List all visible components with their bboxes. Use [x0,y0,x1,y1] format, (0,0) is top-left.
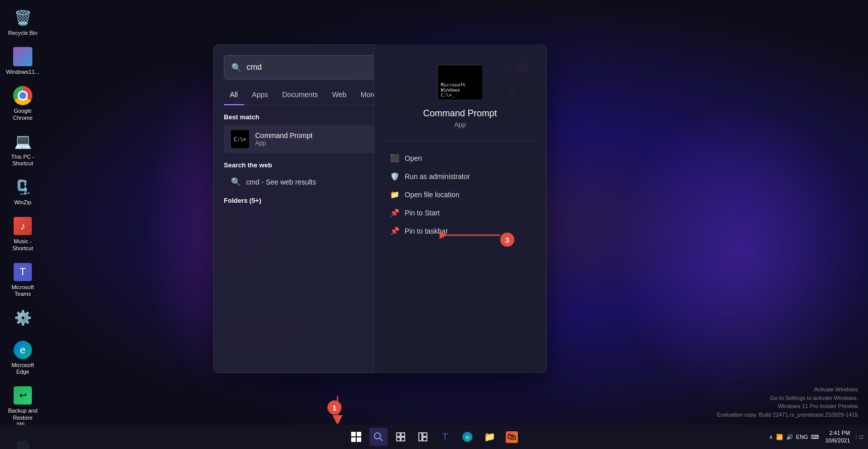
best-match-name: Command Prompt [255,131,313,140]
keyboard-icon: ⌨ [811,434,819,440]
cmd-detail-panel: Microsoft WindowsC:\>_ Command Prompt Ap… [374,44,546,373]
winzip-icon: 🗜️ [13,177,33,197]
chrome-icon [13,85,33,106]
taskbar-edge-button[interactable]: e [458,428,476,446]
windows11-icon [13,47,33,67]
date-display: 10/6/2021 [825,437,850,444]
best-match-type: App [255,140,313,147]
svg-point-7 [374,433,380,439]
desktop-icon-music[interactable]: ♪ Music - Shortcut [5,213,40,254]
win-version: Windows 11 Pro Insider Preview [717,402,858,411]
tab-all[interactable]: All [224,88,244,101]
cmd-app-title: Command Prompt [423,108,497,119]
sys-icons: ∧ 📶 🔊 ENG ⌨ [769,434,819,440]
file-location-icon: 📁 [390,190,400,199]
snap-layouts-button[interactable] [414,428,432,446]
cmd-action-run-admin[interactable]: 🛡️ Run as administrator [384,167,536,186]
clock[interactable]: 2:41 PM 10/6/2021 [825,429,850,445]
music-icon: ♪ [13,216,33,236]
lang-label: ENG [796,434,808,440]
tab-documents[interactable]: Documents [276,88,324,101]
annotation-badge-1: 1 [327,400,342,415]
cmd-action-pin-taskbar-label: Pin to taskbar [405,227,448,235]
desktop-icon-edge[interactable]: e Microsoft Edge [5,337,40,378]
build-info: Evaluation copy. Build 22471.rs_prerelea… [717,411,858,419]
snap-icon [418,432,427,441]
system-tray: ∧ 📶 🔊 ENG ⌨ 2:41 PM 10/6/2021 □ [769,429,863,445]
svg-rect-6 [357,437,361,442]
svg-rect-14 [423,433,427,436]
svg-rect-13 [419,433,422,441]
cmd-action-pin-start[interactable]: 📌 Pin to Start [384,204,536,222]
volume-icon: 🔊 [786,434,793,440]
music-label: Music - Shortcut [8,238,38,251]
task-view-icon [396,432,405,441]
open-icon: ⬛ [390,154,400,163]
taskbar-search-button[interactable] [369,428,388,446]
svg-line-8 [380,438,382,441]
svg-rect-5 [351,437,356,442]
desktop-icon-this-pc[interactable]: 💻 This PC - Shortcut [5,129,40,169]
windows-logo-icon [351,432,361,442]
pin-start-icon: 📌 [390,208,400,217]
teams-label: Microsoft Teams [8,284,38,297]
windows11-label: Windows11... [6,69,39,75]
show-desktop-button[interactable]: □ [856,434,863,440]
activation-watermark: Activate Windows Go to Settings to activ… [717,385,858,419]
cmd-app-icon-large: Microsoft WindowsC:\>_ [438,65,483,100]
recycle-bin-icon: 🗑️ [13,8,33,28]
desktop-icons-container: 🗑️ Recycle Bin Windows11... Google Chrom… [0,0,81,449]
svg-rect-9 [397,433,400,436]
cmd-action-pin-start-label: Pin to Start [405,209,440,217]
desktop-icon-winzip[interactable]: 🗜️ WinZip [5,174,40,208]
tab-apps[interactable]: Apps [246,88,274,101]
desktop-icon-backup[interactable]: ↩ Backup and Restore (Wi... [5,383,40,430]
taskbar-edge-icon: e [462,432,472,442]
taskbar-teams-button[interactable]: T [436,428,454,446]
taskbar-center: T e 📁 🛍 [347,428,521,446]
desktop-icon-control-panel[interactable]: ⚙️ [5,305,40,332]
taskbar-teams-icon: T [443,432,448,442]
desktop-icon-windows11[interactable]: Windows11... [5,44,40,78]
best-match-info: Command Prompt App [255,131,313,147]
taskbar-explorer-icon: 📁 [484,431,495,442]
svg-rect-3 [351,432,356,436]
time-display: 2:41 PM [825,429,850,437]
tab-web[interactable]: Web [326,88,353,101]
desktop-icon-chrome[interactable]: Google Chrome [5,83,40,123]
thispc-label: This PC - Shortcut [8,154,38,167]
pin-taskbar-icon: 📌 [390,227,400,236]
cmd-action-file-location[interactable]: 📁 Open file location [384,186,536,204]
chrome-label: Google Chrome [8,108,38,121]
taskbar-explorer-button[interactable]: 📁 [480,428,499,446]
desktop: 🗑️ Recycle Bin Windows11... Google Chrom… [0,0,868,449]
task-view-button[interactable] [392,428,410,446]
teams-icon: T [13,262,33,282]
svg-rect-10 [401,433,405,436]
start-button[interactable] [347,428,365,446]
search-magnifier-icon: 🔍 [231,63,242,72]
recycle-bin-label: Recycle Bin [8,30,37,36]
cmd-small-icon: C:\> [231,130,249,148]
network-icon: 📶 [776,434,783,440]
taskbar-store-icon: 🛍 [506,431,518,443]
svg-rect-4 [357,432,361,436]
cmd-action-open-label: Open [405,154,422,162]
backup-icon: ↩ [13,385,33,406]
winzip-label: WinZip [14,199,31,206]
thispc-icon: 💻 [13,131,33,152]
activate-subtitle: Go to Settings to activate Windows. [717,394,858,402]
desktop-icon-recycle-bin[interactable]: 🗑️ Recycle Bin [5,5,40,39]
web-search-icon: 🔍 [231,177,241,187]
chevron-up-icon[interactable]: ∧ [769,434,773,440]
annotation-badge-3: 3 [500,233,514,247]
cmd-action-run-admin-label: Run as administrator [405,172,470,181]
run-admin-icon: 🛡️ [390,172,400,181]
cmd-divider [384,141,536,141]
desktop-icon-teams[interactable]: T Microsoft Teams [5,259,40,300]
taskbar-store-button[interactable]: 🛍 [503,428,521,446]
control-panel-icon: ⚙️ [13,307,33,328]
cmd-action-open[interactable]: ⬛ Open [384,149,536,167]
taskbar-search-icon [374,432,383,441]
taskbar: T e 📁 🛍 ∧ 📶 🔊 ENG ⌨ [0,425,868,449]
